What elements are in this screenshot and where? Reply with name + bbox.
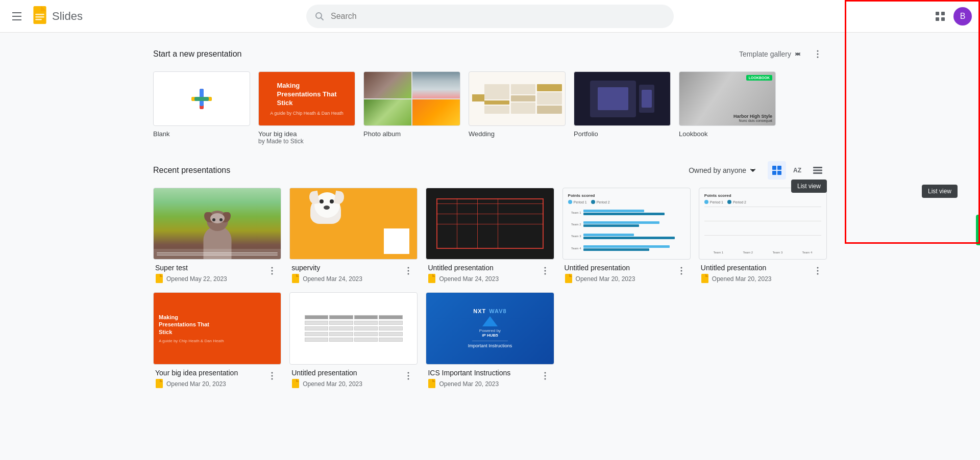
template-card-big-idea[interactable]: MakingPresentations ThatStick A guide by… bbox=[258, 71, 355, 145]
header: Slides B bbox=[0, 0, 980, 33]
svg-point-39 bbox=[408, 270, 409, 272]
untitled-1-more-button[interactable] bbox=[538, 264, 552, 278]
svg-point-35 bbox=[272, 270, 273, 272]
presentation-card-untitled-1[interactable]: Untitled presentation Opened Mar 24, 202… bbox=[426, 188, 554, 284]
selection-overlay bbox=[845, 0, 980, 244]
sort-az-button[interactable]: AZ bbox=[788, 161, 806, 180]
supervity-info: supervity Opened Mar 24, 2023 bbox=[289, 264, 418, 284]
untitled-2-name: Untitled presentation bbox=[565, 264, 674, 272]
menu-button[interactable] bbox=[8, 8, 26, 24]
untitled-3-name: Untitled presentation bbox=[701, 264, 811, 272]
untitled-table-more-button[interactable] bbox=[401, 369, 415, 383]
search-bar[interactable] bbox=[306, 5, 674, 28]
svg-rect-9 bbox=[941, 17, 945, 21]
untitled-2-date: Opened Mar 20, 2023 bbox=[576, 275, 635, 283]
template-card-wedding[interactable]: Wedding bbox=[469, 71, 566, 145]
supervity-name: supervity bbox=[291, 264, 401, 272]
svg-point-10 bbox=[817, 50, 819, 52]
template-more-options-button[interactable] bbox=[808, 45, 827, 63]
user-avatar[interactable]: B bbox=[953, 7, 972, 25]
svg-point-12 bbox=[817, 57, 819, 58]
nxt-wave-thumb: NXT WAV8 Powered by iP HUB5 Important In… bbox=[426, 292, 554, 364]
svg-point-34 bbox=[272, 267, 273, 269]
presentation-card-super-test[interactable]: Super test Opened May 22, 2023 bbox=[153, 188, 281, 284]
owned-by-button[interactable]: Owned by anyone bbox=[684, 163, 762, 178]
presentation-card-untitled-3[interactable]: Points scored Period 1 Period 2 bbox=[699, 188, 827, 284]
apps-grid-button[interactable] bbox=[931, 7, 949, 25]
super-test-thumb bbox=[153, 188, 281, 260]
app-title: Slides bbox=[52, 10, 83, 23]
making-pres-more-button[interactable] bbox=[265, 369, 279, 383]
untitled-2-more-button[interactable] bbox=[674, 264, 689, 278]
untitled-table-date: Opened Mar 20, 2023 bbox=[303, 380, 362, 388]
svg-rect-57 bbox=[292, 379, 299, 388]
svg-point-51 bbox=[817, 270, 818, 272]
wedding-template-thumb bbox=[469, 71, 566, 126]
svg-point-54 bbox=[272, 372, 273, 373]
presentation-card-untitled-table[interactable]: Untitled presentation Opened Mar 20, 202… bbox=[289, 292, 418, 389]
untitled-table-thumb bbox=[289, 292, 418, 364]
big-idea-template-thumb: MakingPresentations ThatStick A guide by… bbox=[258, 71, 355, 126]
svg-rect-45 bbox=[565, 274, 572, 283]
nxt-wave-more-button[interactable] bbox=[538, 369, 552, 383]
presentation-card-untitled-2[interactable]: Points scored Period 1 Period 2 Team 1 bbox=[562, 188, 691, 284]
untitled-3-info: Untitled presentation Opened Mar 20, 202… bbox=[699, 264, 827, 284]
recent-section-header: Recent presentations Owned by anyone bbox=[153, 161, 827, 180]
svg-rect-4 bbox=[35, 19, 42, 20]
sidebar-tab[interactable] bbox=[976, 215, 980, 245]
search-input[interactable] bbox=[331, 12, 666, 21]
presentation-card-making-pres[interactable]: MakingPresentations ThatStick A guide by… bbox=[153, 292, 281, 389]
svg-point-50 bbox=[817, 267, 818, 269]
template-gallery-button[interactable]: Template gallery bbox=[735, 45, 806, 63]
wedding-template-label: Wedding bbox=[469, 130, 566, 138]
svg-rect-37 bbox=[292, 274, 299, 283]
portfolio-template-thumb bbox=[574, 71, 671, 126]
nxt-wave-info: ICS Important Instructions Opened Mar 20… bbox=[426, 369, 554, 389]
svg-rect-28 bbox=[777, 171, 781, 175]
untitled-1-date: Opened Mar 24, 2023 bbox=[439, 275, 499, 283]
template-card-photo-album[interactable]: Photo album bbox=[363, 71, 460, 145]
template-card-blank[interactable]: Blank bbox=[153, 71, 250, 145]
untitled-2-thumb: Points scored Period 1 Period 2 Team 1 bbox=[562, 188, 691, 260]
untitled-3-thumb: Points scored Period 1 Period 2 bbox=[699, 188, 827, 260]
template-section-header: Start a new presentation Template galler… bbox=[153, 45, 827, 63]
super-test-info: Super test Opened May 22, 2023 bbox=[153, 264, 281, 284]
recent-section: Recent presentations Owned by anyone bbox=[153, 161, 827, 389]
portfolio-template-label: Portfolio bbox=[574, 130, 671, 138]
untitled-3-date: Opened Mar 20, 2023 bbox=[712, 275, 772, 283]
grid-view-button[interactable] bbox=[768, 161, 786, 180]
super-test-more-button[interactable] bbox=[265, 264, 279, 278]
template-card-portfolio[interactable]: Portfolio bbox=[574, 71, 671, 145]
list-view-tooltip-popup: List view bbox=[922, 185, 958, 198]
svg-rect-26 bbox=[777, 166, 781, 170]
svg-point-40 bbox=[408, 273, 409, 275]
template-card-lookbook[interactable]: LOOKBOOK Harbor High Style Nunc duis con… bbox=[679, 71, 776, 145]
svg-point-48 bbox=[680, 273, 682, 275]
svg-point-55 bbox=[272, 375, 273, 376]
presentation-card-nxt-wave[interactable]: NXT WAV8 Powered by iP HUB5 Important In… bbox=[426, 292, 554, 389]
svg-rect-2 bbox=[35, 14, 44, 15]
supervity-more-button[interactable] bbox=[401, 264, 415, 278]
svg-text:AZ: AZ bbox=[793, 167, 801, 174]
super-test-date: Opened May 22, 2023 bbox=[166, 275, 227, 283]
svg-point-63 bbox=[544, 375, 546, 376]
app-logo[interactable]: Slides bbox=[32, 6, 83, 27]
svg-point-38 bbox=[408, 267, 409, 269]
making-pres-date: Opened Mar 20, 2023 bbox=[166, 380, 226, 388]
svg-rect-49 bbox=[701, 274, 708, 283]
presentation-card-supervity[interactable]: supervity Opened Mar 24, 2023 bbox=[289, 188, 418, 284]
supervity-date: Opened Mar 24, 2023 bbox=[303, 275, 362, 283]
recent-section-title: Recent presentations bbox=[153, 166, 230, 175]
svg-point-36 bbox=[272, 273, 273, 275]
svg-point-11 bbox=[817, 54, 819, 55]
svg-rect-30 bbox=[813, 167, 822, 168]
svg-rect-7 bbox=[941, 12, 945, 15]
lookbook-template-thumb: LOOKBOOK Harbor High Style Nunc duis con… bbox=[679, 71, 776, 126]
list-view-button[interactable]: List view bbox=[808, 161, 827, 180]
untitled-2-info: Untitled presentation Opened Mar 20, 202… bbox=[562, 264, 691, 284]
svg-point-58 bbox=[408, 372, 409, 373]
svg-rect-61 bbox=[428, 379, 435, 388]
untitled-3-more-button[interactable] bbox=[811, 264, 825, 278]
big-idea-template-sublabel: by Made to Stick bbox=[258, 138, 355, 145]
making-pres-thumb: MakingPresentations ThatStick A guide by… bbox=[153, 292, 281, 364]
